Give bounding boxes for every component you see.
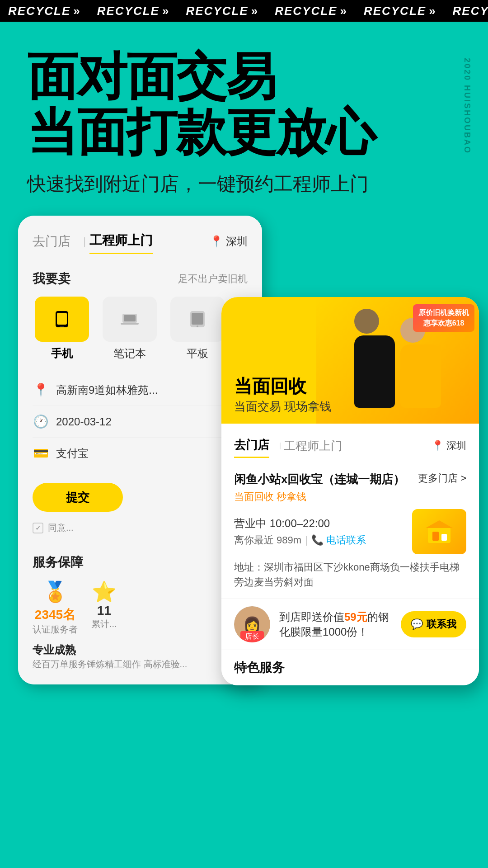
clock-icon: 🕐 (33, 414, 49, 429)
stat-number-1: 2345名 (35, 606, 75, 623)
contact-button[interactable]: 💬 联系我 (401, 611, 466, 637)
ticker-item: RECYCLE » (445, 4, 488, 18)
ticker-item: RECYCLE » (0, 4, 89, 18)
banner-title: 当面回收 (234, 376, 331, 396)
more-stores-link[interactable]: 更多门店 > (418, 472, 466, 485)
svg-rect-1 (57, 313, 67, 325)
phone-label: 手机 (51, 346, 73, 361)
store-text-details: 营业中 10:00–22:00 离你最近 989m | 📞 电话联系 (234, 516, 405, 547)
laptop-label: 笔记本 (113, 346, 146, 361)
location-pin-icon: 📍 (210, 235, 223, 248)
svg-rect-9 (428, 527, 450, 543)
ticker-item: RECYCLE » (356, 4, 445, 18)
banner-text-area: 当面回收 当面交易 现场拿钱 (221, 367, 344, 424)
hero-title: 面对面交易 当面打款更放心 (27, 49, 461, 160)
submit-button[interactable]: 提交 (33, 483, 123, 512)
front-location-pin-icon: 📍 (432, 440, 444, 452)
expertise-title: 专业成熟 (33, 643, 248, 657)
store-tag: 当面回收 秒拿钱 (234, 490, 466, 504)
date-row[interactable]: 🕐 2020-03-12 (33, 406, 248, 438)
stat-number-2: 11 (97, 604, 111, 618)
divider-dot: | (305, 534, 308, 546)
date-text: 2020-03-12 (56, 415, 248, 428)
stat-label-1: 认证服务者 (33, 623, 78, 636)
medal-icon-2: ⭐ (92, 580, 117, 604)
sell-item-laptop[interactable]: 笔记本 (100, 297, 159, 361)
payment-row[interactable]: 💳 支付宝 (33, 438, 248, 469)
ticker-item: RECYCLE » (178, 4, 267, 18)
tablet-label: 平板 (187, 346, 208, 361)
svg-rect-7 (192, 313, 203, 325)
sell-item-phone[interactable]: 手机 (33, 297, 91, 361)
special-title: 特色服务 (234, 659, 466, 676)
phone-link[interactable]: 📞 电话联系 (311, 533, 366, 547)
store-address: 地址：深圳市福田区下沙kkone商场负一楼扶手电梯旁边麦当劳斜对面 (234, 560, 466, 590)
tab-store[interactable]: 去门店 (33, 229, 70, 254)
phone-back-nav: 去门店 | 工程师上门 📍 深圳 (18, 216, 262, 261)
phone-category-icon (35, 297, 89, 342)
location-text: 深圳 (226, 234, 248, 249)
store-name: 闲鱼小站x回收宝（连城一期店） (234, 472, 418, 487)
sell-link[interactable]: 足不出户卖旧机 (178, 272, 248, 286)
front-location-text: 深圳 (446, 439, 466, 453)
banner-subtitle: 当面交易 现场拿钱 (234, 399, 331, 415)
watermark-text: 2020 HUISHOUBAO (462, 58, 472, 154)
phone-front: 当面回收 当面交易 现场拿钱 原价旧机换新机惠享欢惠 (221, 297, 479, 685)
svg-rect-11 (441, 534, 447, 541)
sell-title: 我要卖 (33, 270, 70, 288)
front-tab-store[interactable]: 去门店 (234, 434, 269, 458)
svg-marker-12 (426, 520, 453, 528)
svg-point-8 (197, 326, 198, 327)
front-nav-location: 📍 深圳 (432, 439, 466, 453)
sell-header: 我要卖 足不出户卖旧机 (33, 270, 248, 288)
ticker-inner: RECYCLE » RECYCLE » RECYCLE » RECYCLE » … (0, 4, 488, 18)
sell-item-tablet[interactable]: 平板 (168, 297, 227, 361)
agree-checkbox[interactable]: ✓ (33, 523, 43, 533)
location-icon: 📍 (33, 382, 49, 397)
gift-text: 到店即送价值59元的钢化膜限量1000份！ (279, 609, 392, 640)
store-banner: 当面回收 当面交易 现场拿钱 原价旧机换新机惠享欢惠 (221, 297, 479, 424)
special-service-section: 特色服务 (221, 650, 479, 685)
address-row[interactable]: 📍 高新南9道如林雅苑... › (33, 374, 248, 406)
ticker-item: RECYCLE » (267, 4, 356, 18)
service-stats: 🏅 2345名 认证服务者 ⭐ 11 累计... (33, 580, 248, 636)
store-badge: 店长 (240, 631, 264, 642)
hero-subtitle: 快速找到附近门店，一键预约工程师上门 (27, 171, 461, 198)
ticker-item: RECYCLE » (89, 4, 178, 18)
svg-rect-2 (60, 326, 64, 327)
agree-text: 同意... (48, 522, 74, 534)
tablet-category-icon (170, 297, 225, 342)
front-tab-engineer[interactable]: 工程师上门 (284, 434, 343, 458)
service-desc: 专业成熟 经百万单服务锤炼精工细作 高标准验... (33, 643, 248, 671)
contact-label: 联系我 (427, 618, 456, 631)
gift-price: 59元 (344, 611, 367, 623)
ticker-bar: RECYCLE » RECYCLE » RECYCLE » RECYCLE » … (0, 0, 488, 22)
stat-label-2: 累计... (91, 618, 117, 630)
store-details-row: 营业中 10:00–22:00 离你最近 989m | 📞 电话联系 (234, 509, 466, 554)
stat-total: ⭐ 11 累计... (91, 580, 117, 636)
store-thumbnail (412, 509, 466, 554)
front-nav-divider: | (279, 442, 281, 450)
service-title: 服务保障 (33, 554, 248, 571)
store-name-row: 闲鱼小站x回收宝（连城一期店） 更多门店 > (234, 472, 466, 487)
svg-rect-4 (124, 315, 136, 321)
svg-rect-10 (432, 532, 439, 541)
tab-engineer[interactable]: 工程师上门 (89, 228, 153, 254)
store-distance: 离你最近 989m | 📞 电话联系 (234, 533, 405, 547)
nav-divider: | (83, 235, 86, 248)
stat-certified: 🏅 2345名 认证服务者 (33, 580, 78, 636)
store-manager-avatar: 👩 店长 (234, 606, 270, 642)
medal-icon: 🏅 (43, 580, 68, 604)
gift-row: 👩 店长 到店即送价值59元的钢化膜限量1000份！ 💬 联系我 (221, 599, 479, 650)
hero-section: 2020 HUISHOUBAO 面对面交易 当面打款更放心 快速找到附近门店，一… (0, 22, 488, 216)
payment-text: 支付宝 (56, 446, 248, 461)
wechat-icon: 💬 (411, 618, 423, 630)
nav-location: 📍 深圳 (210, 234, 248, 249)
promo-tag: 原价旧机换新机惠享欢惠618 (413, 304, 474, 332)
laptop-category-icon (103, 297, 157, 342)
svg-rect-5 (121, 323, 139, 325)
store-hours: 营业中 10:00–22:00 (234, 516, 405, 531)
payment-icon: 💳 (33, 446, 49, 461)
address-text: 高新南9道如林雅苑... (56, 383, 237, 397)
sell-items: 手机 笔记本 (33, 297, 248, 361)
